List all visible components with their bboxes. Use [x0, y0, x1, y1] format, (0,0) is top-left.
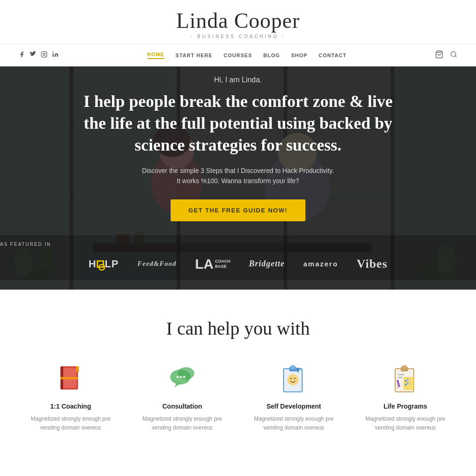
svg-rect-0 — [41, 52, 47, 57]
life-programs-desc: Magnetized strongly enough pre vending d… — [359, 415, 452, 432]
svg-line-6 — [455, 56, 456, 57]
svg-point-32 — [99, 264, 105, 270]
top-header: Linda Cooper - Business Coaching - — [0, 0, 476, 44]
services-title: I can help you with — [19, 317, 457, 339]
coaching-icon — [54, 363, 87, 395]
life-programs-icon — [389, 363, 422, 395]
nav-courses[interactable]: COURSES — [224, 53, 252, 58]
self-dev-desc: Magnetized strongly enough pre vending d… — [247, 415, 340, 432]
svg-point-43 — [176, 376, 178, 378]
twitter-icon[interactable] — [30, 51, 36, 59]
hero-greeting: Hi, I am Linda. — [80, 76, 396, 84]
site-logo[interactable]: Linda Cooper — [176, 8, 300, 33]
svg-rect-67 — [406, 380, 412, 381]
bridgette-logo: Bridgette — [249, 259, 284, 269]
svg-rect-49 — [291, 365, 295, 369]
service-self-dev: Self Development Magnetized strongly eno… — [247, 363, 340, 432]
nav-start-here[interactable]: START HERE — [176, 53, 212, 58]
svg-rect-68 — [406, 383, 412, 384]
hero-headline: I help people break the comfort zone & l… — [80, 91, 396, 156]
svg-point-3 — [53, 52, 53, 53]
svg-point-45 — [183, 376, 185, 378]
vibes-logo: Vibes — [357, 257, 387, 271]
amazero-logo: amazero — [303, 260, 338, 268]
nav-bar: HOME START HERE COURSES BLOG SHOP CONTAC… — [0, 44, 476, 66]
cart-icon[interactable] — [435, 50, 443, 60]
featured-label: AS FEATURED IN — [0, 235, 476, 247]
svg-rect-61 — [398, 374, 404, 375]
holp-logo: H LP — [88, 258, 119, 270]
nav-shop[interactable]: SHOP — [291, 53, 307, 58]
logo-subtitle: - Business Coaching - — [191, 34, 285, 39]
la-coach-base-logo: LA COACHBASE — [195, 257, 230, 271]
svg-point-50 — [287, 374, 298, 385]
linkedin-icon[interactable] — [52, 51, 59, 59]
svg-point-52 — [294, 378, 296, 379]
svg-point-1 — [43, 53, 46, 56]
svg-rect-59 — [402, 365, 407, 369]
cta-button[interactable]: GET THE FREE GUIDE NOW! — [171, 199, 305, 221]
search-icon[interactable] — [450, 51, 457, 60]
svg-rect-55 — [298, 371, 300, 372]
nav-blog[interactable]: BLOG — [263, 53, 280, 58]
consultation-icon — [166, 363, 198, 395]
self-dev-icon — [278, 363, 310, 395]
service-life-programs: Life Programs Magnetized strongly enough… — [359, 363, 452, 432]
coaching-title: 1:1 Coaching — [24, 403, 117, 410]
svg-point-5 — [451, 52, 456, 57]
life-programs-title: Life Programs — [359, 403, 452, 410]
social-icons — [19, 51, 59, 59]
services-section: I can help you with 1:1 Co — [0, 290, 476, 451]
svg-point-2 — [46, 53, 46, 53]
hero-subtext: Discover the simple 3 Steps that I Disco… — [80, 165, 396, 186]
feed-food-logo: Feed&Food — [137, 260, 176, 268]
featured-logos: H LP Feed&Food LA COACHBASE Bridgette am… — [0, 252, 476, 280]
nav-contact[interactable]: CONTACT — [318, 53, 346, 58]
service-coaching: 1:1 Coaching Magnetized strongly enough … — [24, 363, 117, 432]
featured-section: AS FEATURED IN H LP Feed&Food LA COACHBA… — [0, 235, 476, 280]
svg-point-44 — [179, 376, 182, 378]
svg-rect-37 — [60, 377, 78, 379]
svg-point-51 — [291, 378, 292, 379]
coaching-desc: Magnetized strongly enough pre vending d… — [24, 415, 117, 432]
nav-home[interactable]: HOME — [147, 52, 165, 59]
service-consultation: Consultation Magnetized strongly enough … — [136, 363, 229, 432]
consultation-desc: Magnetized strongly enough pre vending d… — [136, 415, 229, 432]
hero-content: Hi, I am Linda. I help people break the … — [71, 76, 405, 221]
services-grid: 1:1 Coaching Magnetized strongly enough … — [19, 363, 457, 432]
hero-section: Hi, I am Linda. I help people break the … — [0, 66, 476, 290]
self-dev-title: Self Development — [247, 403, 340, 410]
svg-rect-62 — [398, 377, 403, 378]
instagram-icon[interactable] — [41, 51, 47, 59]
consultation-title: Consultation — [136, 403, 229, 410]
nav-links: HOME START HERE COURSES BLOG SHOP CONTAC… — [147, 52, 347, 59]
facebook-icon[interactable] — [19, 51, 25, 59]
nav-right-icons — [435, 50, 457, 60]
